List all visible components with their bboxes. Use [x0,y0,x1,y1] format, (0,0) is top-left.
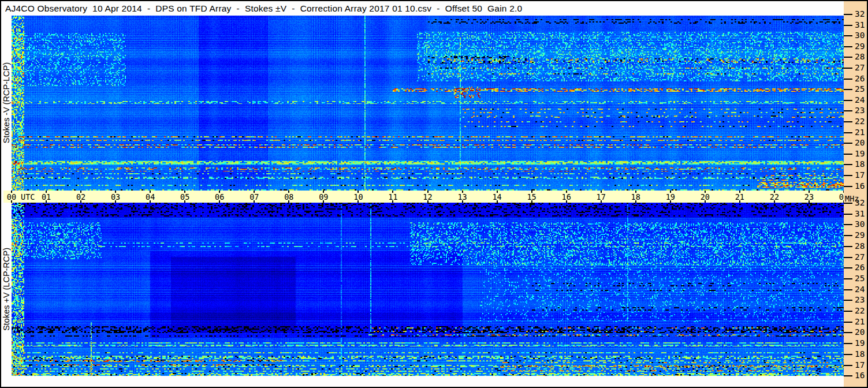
freq-tick [844,154,852,155]
time-label: 06 [210,192,229,202]
freq-label: 32 [855,199,865,207]
spectrogram-stokes-pos-v [12,203,844,376]
time-label: 23 [799,192,819,202]
freq-tick [844,214,852,215]
frequency-axis: MHz 323130292827262524232221201918171632… [844,1,867,387]
freq-tick [844,164,852,165]
time-label: 03 [106,192,125,202]
freq-label: 21 [855,318,865,326]
freq-tick [844,121,852,122]
freq-tick [844,89,852,90]
time-label: 15 [522,192,542,202]
freq-label: 26 [855,263,865,272]
time-label: 01 [36,192,56,202]
freq-label: 25 [855,85,865,94]
freq-label: 22 [855,117,865,126]
panel-label-bottom-wrap: Stokes +V (LCP-RCP) [1,203,12,376]
freq-label: 28 [855,242,865,251]
time-label: 08 [279,192,299,202]
bottom-margin [1,376,844,387]
time-label: 18 [626,192,646,202]
freq-label: 19 [855,339,865,348]
freq-label: 16 [855,371,865,380]
freq-label: 29 [855,42,865,51]
freq-label: 32 [855,10,865,18]
freq-tick [844,186,852,187]
time-label: 20 [695,192,715,202]
spectrogram-stokes-neg-v [12,16,844,191]
freq-label: 18 [855,160,865,169]
freq-label: 27 [855,64,865,72]
time-label: 04 [140,192,160,202]
freq-tick [844,110,852,111]
freq-label: 31 [855,210,865,218]
freq-tick [844,235,852,236]
freq-label: 30 [855,220,865,229]
freq-tick [844,224,852,225]
freq-tick [844,343,852,344]
freq-tick [844,203,852,204]
utc-label: UTC [21,192,35,202]
freq-label: 17 [855,361,865,370]
time-label: 12 [418,192,438,202]
freq-label: 19 [855,150,865,158]
freq-label: 23 [855,106,865,115]
time-label: 10 [348,192,368,202]
freq-label: 30 [855,31,865,40]
time-label: 21 [730,192,750,202]
app-frame: { "title": "AJ4CO Observatory 10 Apr 201… [0,0,868,388]
panel-label-stokes-pos-v: Stokes +V (LCP-RCP) [2,248,11,331]
time-label: 17 [591,192,611,202]
freq-tick [844,375,852,376]
freq-tick [844,57,852,58]
freq-label: 17 [855,171,865,180]
freq-tick [844,46,852,47]
freq-label: 22 [855,307,865,315]
freq-label: 16 [855,182,865,191]
freq-tick [844,311,852,312]
time-label: 05 [175,192,195,202]
time-label: 11 [383,192,403,202]
freq-label: 20 [855,328,865,337]
freq-tick [844,300,852,301]
freq-tick [844,100,852,101]
freq-tick [844,332,852,333]
freq-tick [844,322,852,323]
freq-label: 25 [855,274,865,283]
freq-label: 21 [855,128,865,137]
freq-tick [844,143,852,144]
time-label: 02 [71,192,91,202]
freq-tick [844,35,852,36]
freq-tick [844,354,852,355]
freq-label: 18 [855,350,865,359]
freq-label: 20 [855,139,865,147]
freq-tick [844,79,852,80]
freq-tick [844,175,852,176]
freq-tick [844,365,852,366]
freq-label: 27 [855,253,865,262]
freq-tick [844,289,852,290]
freq-label: 28 [855,53,865,61]
time-label: 07 [244,192,264,202]
freq-tick [844,278,852,279]
freq-tick [844,257,852,258]
time-label: 09 [314,192,333,202]
time-label: 19 [661,192,680,202]
freq-label: 26 [855,74,865,83]
time-label: 16 [557,192,576,202]
freq-label: 24 [855,96,865,105]
title-bar: AJ4CO Observatory 10 Apr 2014 - DPS on T… [1,1,848,16]
time-label: 14 [487,192,507,202]
time-axis: UTC 000102030405060708091011121314151617… [3,191,844,203]
panel-label-top-wrap: Stokes -V (RCP-LCP) [1,16,12,191]
freq-tick [844,68,852,69]
time-label: 13 [453,192,472,202]
time-label: 00 [2,192,21,202]
freq-tick [844,246,852,247]
panel-label-stokes-neg-v: Stokes -V (RCP-LCP) [2,62,11,143]
freq-label: 29 [855,231,865,240]
freq-label: 24 [855,285,865,294]
freq-tick [844,25,852,26]
freq-tick [844,267,852,268]
freq-label: 23 [855,296,865,304]
